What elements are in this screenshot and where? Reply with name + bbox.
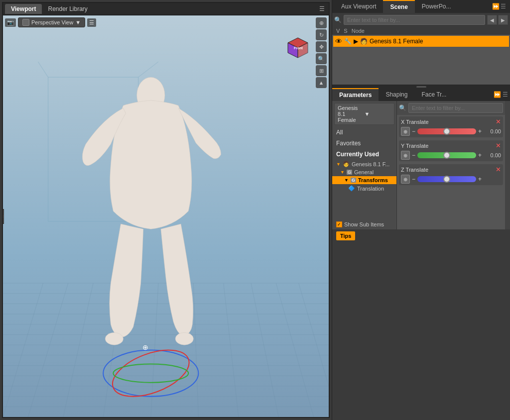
tree-row-genesis[interactable]: 👁 🔧 ▶ 🧑 Genesis 8.1 Female (333, 36, 509, 47)
3d-grid: ⊕ (3, 15, 329, 417)
y-slider-thumb[interactable] (443, 152, 450, 159)
scene-tab-overflow[interactable]: ⏩ ☰ (490, 1, 508, 12)
tab-powerpose[interactable]: PowerPo... (415, 0, 458, 12)
x-minus-btn[interactable]: − (412, 128, 415, 135)
x-slider-track[interactable] (417, 128, 476, 134)
viewport-panel: Viewport Render Library ☰ (2, 2, 330, 418)
tab-scene[interactable]: Scene (383, 0, 414, 13)
scene-tabs: Aux Viewport Scene PowerPo... ⏩ ☰ (332, 0, 510, 13)
category-currently-used[interactable]: Currently Used (332, 149, 396, 160)
y-minus-btn[interactable]: − (412, 152, 415, 159)
svg-rect-0 (3, 15, 329, 417)
svg-point-32 (113, 364, 188, 382)
x-translate-close[interactable]: ✕ (496, 118, 501, 125)
translation-tree-label: Translation (357, 186, 384, 192)
z-slider-track[interactable] (417, 176, 476, 182)
expand-arrow[interactable]: ▶ (354, 38, 358, 45)
x-slider-thumb[interactable] (443, 128, 450, 135)
z-translate-close[interactable]: ✕ (496, 166, 501, 173)
svg-line-22 (276, 283, 313, 417)
tab-aux-viewport[interactable]: Aux Viewport (334, 0, 383, 12)
params-tree: ▼ 🧑 Genesis 8.1 F... ▼ G General ▼ G (332, 160, 396, 219)
zoom-icon[interactable]: 🔍 (316, 53, 327, 64)
camera-icon[interactable]: 📷 (5, 18, 16, 27)
slider-z-title: Z Translate ✕ (401, 166, 501, 173)
perspective-icon (22, 19, 29, 26)
render-icon[interactable]: ▲ (316, 77, 327, 88)
slider-z-translate: Z Translate ✕ ⊕ − + (399, 164, 503, 185)
tab-shaping[interactable]: Shaping (379, 89, 414, 101)
tab-parameters[interactable]: Parameters (332, 88, 379, 101)
z-move-icon[interactable]: ⊕ (401, 175, 410, 184)
slider-y-translate: Y Translate ✕ ⊕ − + 0.00 (399, 140, 503, 161)
figure-icon: 🔧 (344, 38, 352, 45)
scene-tree[interactable]: 👁 🔧 ▶ 🧑 Genesis 8.1 Female (332, 35, 510, 85)
viewport-menu-icon[interactable]: ☰ (317, 4, 327, 13)
slider-x-title: X Translate ✕ (401, 118, 501, 125)
params-overflow-icon[interactable]: ⏩ (494, 91, 501, 98)
general-tree-label: General (354, 169, 374, 175)
slider-x-control: ⊕ − + 0.00 (401, 127, 501, 136)
params-tab-overflow[interactable]: ⏩ ☰ (492, 89, 510, 100)
svg-line-18 (151, 283, 158, 417)
category-all[interactable]: All (332, 127, 396, 138)
tree-item-genesis[interactable]: ▼ 🧑 Genesis 8.1 F... (332, 160, 396, 168)
x-plus-btn[interactable]: + (478, 128, 482, 135)
grid-menu-icon[interactable]: ☰ (87, 18, 96, 27)
pan-icon[interactable]: ✥ (316, 41, 327, 52)
svg-line-17 (103, 283, 123, 417)
svg-line-20 (224, 283, 239, 417)
y-translate-close[interactable]: ✕ (496, 142, 501, 149)
left-collapse-btn[interactable]: ◀ (3, 209, 4, 224)
params-figure-dropdown[interactable]: Genesis 8.1 Female ▼ (334, 103, 394, 125)
rotate-icon[interactable]: ↻ (316, 29, 327, 40)
scene-nav-arrows: ◀ ▶ (487, 15, 508, 25)
svg-line-14 (3, 283, 43, 417)
z-slider-thumb[interactable] (443, 176, 450, 183)
next-scene-btn[interactable]: ▶ (498, 15, 508, 25)
tab-face-transfer[interactable]: Face Tr... (414, 89, 453, 101)
params-sliders-wrap: 🔍 X Translate ✕ ⊕ − (397, 101, 510, 229)
frame-selected-icon[interactable]: ⊞ (316, 65, 327, 76)
tree-item-transforms[interactable]: ▼ G Transforms (332, 176, 396, 184)
zoom-fit-icon[interactable]: ⊕ (316, 17, 327, 28)
orientation-cube[interactable]: Front (283, 35, 313, 63)
tree-item-translation[interactable]: 🔷 Translation (332, 184, 396, 193)
y-plus-btn[interactable]: + (478, 152, 482, 159)
scene-top-panel: Aux Viewport Scene PowerPo... ⏩ ☰ 🔍 ◀ ▶ (332, 0, 510, 85)
arrow-general: ▼ (340, 170, 345, 175)
params-scrollbar[interactable] (505, 101, 510, 229)
svg-point-28 (105, 332, 123, 345)
x-translate-label: X Translate (401, 119, 429, 125)
z-plus-btn[interactable]: + (478, 176, 482, 183)
params-tabs: Parameters Shaping Face Tr... ⏩ ☰ (332, 88, 510, 101)
tab-render-library[interactable]: Render Library (42, 4, 93, 14)
figure-node-icon: 🧑 (360, 38, 368, 45)
genesis-node-label: Genesis 8.1 Female (370, 38, 423, 45)
viewport-3d-content[interactable]: ⊕ 📷 Perspective View ▼ ☰ (3, 15, 329, 417)
svg-line-23 (299, 283, 329, 386)
scene-tree-header: V S Node (332, 27, 510, 35)
scene-menu-icon[interactable]: ⏩ (492, 3, 500, 10)
prev-scene-btn[interactable]: ◀ (487, 15, 497, 25)
svg-rect-24 (48, 77, 138, 221)
x-move-icon[interactable]: ⊕ (401, 127, 410, 136)
params-menu-icon[interactable]: ☰ (503, 91, 508, 98)
scene-filter-input[interactable] (344, 15, 485, 25)
param-filter-input[interactable] (408, 103, 503, 113)
category-favorites[interactable]: Favorites (332, 138, 396, 149)
y-slider-track[interactable] (417, 152, 476, 158)
transforms-tree-label: Transforms (358, 177, 388, 183)
tips-button[interactable]: Tips (336, 231, 355, 240)
slider-x-translate: X Translate ✕ ⊕ − + 0.00 (399, 116, 503, 137)
z-minus-btn[interactable]: − (412, 176, 415, 183)
scene-options-icon[interactable]: ☰ (501, 3, 506, 10)
perspective-dropdown-arrow[interactable]: ▼ (75, 19, 81, 25)
show-sub-items-checkbox[interactable]: ✓ (336, 221, 342, 227)
y-move-icon[interactable]: ⊕ (401, 151, 410, 160)
perspective-view-btn[interactable]: Perspective View ▼ (18, 17, 85, 27)
y-translate-value: 0.00 (484, 152, 501, 158)
tree-item-general[interactable]: ▼ G General (332, 168, 396, 176)
col-v: V (336, 28, 340, 34)
tab-viewport[interactable]: Viewport (5, 4, 42, 14)
